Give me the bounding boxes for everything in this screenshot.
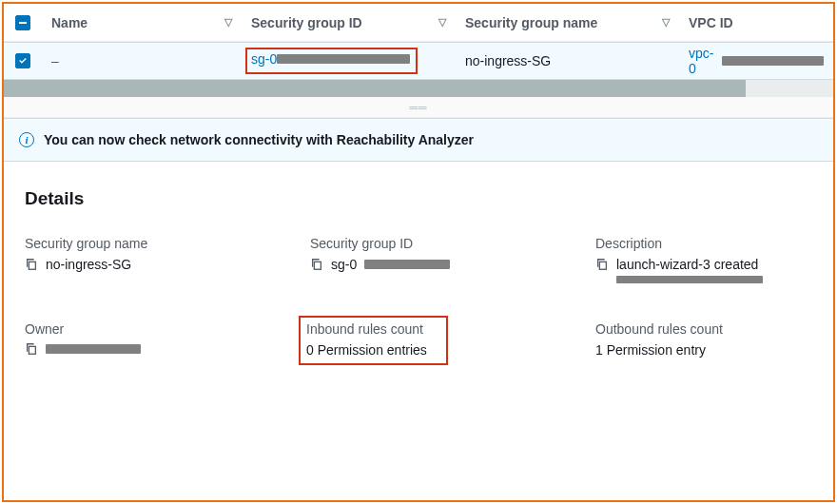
redacted-text — [277, 54, 410, 64]
redacted-text — [616, 276, 763, 283]
info-icon: i — [19, 132, 34, 147]
copy-icon[interactable] — [25, 342, 38, 356]
field-outbound-rules: Outbound rules count 1 Permission entry — [595, 321, 812, 359]
select-all-checkbox[interactable] — [15, 15, 30, 30]
copy-icon[interactable] — [25, 258, 38, 271]
cell-sg-name: no-ingress-SG — [456, 53, 679, 68]
column-label: VPC ID — [689, 15, 733, 30]
column-label: Name — [51, 15, 88, 30]
row-checkbox[interactable] — [15, 53, 30, 68]
field-owner: Owner — [25, 321, 301, 359]
field-value: 1 Permission entry — [595, 342, 706, 358]
scrollbar-thumb[interactable] — [4, 80, 746, 97]
details-title: Details — [25, 188, 812, 209]
column-header-name[interactable]: Name ▽ — [42, 15, 242, 30]
redacted-text — [722, 56, 824, 66]
field-label: Security group ID — [310, 236, 586, 251]
field-value: no-ingress-SG — [46, 257, 131, 272]
field-value: launch-wizard-3 created — [616, 257, 758, 272]
field-description: Description launch-wizard-3 created — [595, 236, 812, 283]
highlight-sg-id: sg-0 — [245, 48, 418, 74]
cell-name: – — [42, 53, 242, 68]
column-header-sg-id[interactable]: Security group ID ▽ — [242, 15, 456, 30]
sort-icon[interactable]: ▽ — [224, 16, 232, 29]
copy-icon[interactable] — [595, 258, 609, 271]
svg-rect-2 — [599, 262, 606, 269]
column-label: Security group ID — [251, 15, 362, 30]
sort-icon[interactable]: ▽ — [662, 16, 670, 29]
field-label: Description — [595, 236, 812, 251]
vpc-id-link[interactable]: vpc-0 — [689, 46, 720, 76]
field-sg-name: Security group name no-ingress-SG — [25, 236, 301, 283]
panel-resize-handle[interactable]: ══ — [4, 97, 833, 118]
info-banner-text: You can now check network connectivity w… — [44, 132, 474, 147]
copy-icon[interactable] — [310, 258, 323, 271]
sg-id-link[interactable]: sg-0 — [251, 51, 277, 67]
field-value: 0 Permission entries — [306, 342, 427, 358]
svg-rect-1 — [314, 262, 321, 269]
field-label: Inbound rules count — [306, 321, 427, 337]
redacted-text — [364, 260, 450, 269]
field-sg-id: Security group ID sg-0 — [310, 236, 586, 283]
sort-icon[interactable]: ▽ — [438, 16, 446, 29]
field-label: Security group name — [25, 236, 301, 251]
field-value: sg-0 — [331, 257, 357, 272]
svg-rect-0 — [29, 262, 35, 269]
column-header-sg-name[interactable]: Security group name ▽ — [456, 15, 679, 30]
details-panel: Details Security group name no-ingress-S… — [4, 162, 833, 377]
column-header-vpc-id[interactable]: VPC ID — [679, 15, 833, 30]
redacted-text — [46, 344, 141, 354]
field-label: Owner — [25, 321, 301, 337]
table-row[interactable]: – sg-0 no-ingress-SG vpc-0 — [4, 42, 833, 80]
field-label: Outbound rules count — [595, 321, 812, 337]
highlight-inbound: Inbound rules count 0 Permission entries — [299, 316, 448, 365]
info-banner: i You can now check network connectivity… — [4, 118, 833, 162]
field-inbound-rules: Inbound rules count 0 Permission entries — [310, 321, 586, 359]
horizontal-scrollbar[interactable] — [4, 80, 833, 97]
svg-rect-3 — [29, 346, 35, 354]
table-header: Name ▽ Security group ID ▽ Security grou… — [4, 4, 833, 42]
column-label: Security group name — [465, 15, 597, 30]
